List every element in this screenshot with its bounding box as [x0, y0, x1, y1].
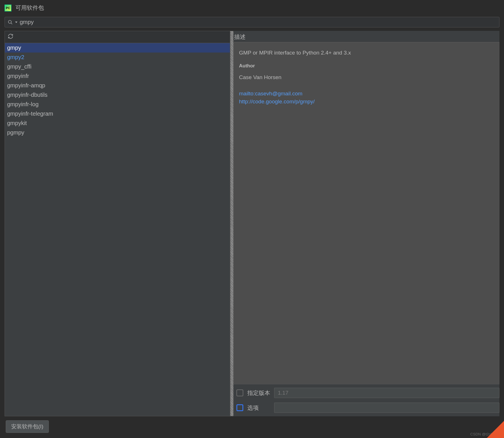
titlebar: PC 可用软件包 [0, 0, 504, 16]
main-content: gmpygmpy2gmpy_cffigmpyinfrgmpyinfr-amqpg… [0, 29, 504, 416]
footer: 安装软件包(I) [0, 416, 504, 438]
svg-point-0 [8, 20, 11, 23]
package-item[interactable]: gmpy_cffi [5, 62, 230, 71]
left-panel: gmpygmpy2gmpy_cffigmpyinfrgmpyinfr-amqpg… [5, 31, 230, 416]
package-item[interactable]: gmpyinfr-dbutils [5, 90, 230, 100]
package-item[interactable]: gmpyinfr [5, 71, 230, 81]
options-section: 指定版本 选项 [234, 384, 499, 416]
options-checkbox[interactable] [236, 404, 243, 411]
description-header: 描述 [234, 31, 499, 42]
package-list[interactable]: gmpygmpy2gmpy_cffigmpyinfrgmpyinfr-amqpg… [5, 43, 230, 416]
package-item[interactable]: gmpyinfr-amqp [5, 81, 230, 90]
options-option-row: 选项 [234, 403, 499, 413]
description-summary: GMP or MPIR interface to Python 2.4+ and… [239, 49, 494, 57]
package-item[interactable]: pgmpy [5, 128, 230, 137]
author-label: Author [239, 62, 494, 70]
search-input[interactable] [20, 19, 496, 25]
package-item[interactable]: gmpykit [5, 118, 230, 128]
package-item[interactable]: gmpy2 [5, 53, 230, 62]
search-box[interactable] [5, 17, 499, 27]
options-input[interactable] [274, 403, 499, 413]
description-link[interactable]: http://code.google.com/p/gmpy/ [239, 98, 494, 106]
package-item[interactable]: gmpyinfr-log [5, 100, 230, 109]
description-link[interactable]: mailto:casevh@gmail.com [239, 90, 494, 98]
options-label: 选项 [247, 404, 270, 412]
version-checkbox[interactable] [236, 389, 243, 396]
splitter[interactable] [230, 31, 234, 416]
refresh-icon[interactable] [8, 33, 13, 39]
version-input[interactable] [274, 388, 499, 398]
package-item[interactable]: gmpy [5, 43, 230, 53]
dropdown-arrow-icon[interactable] [15, 21, 17, 23]
search-container [0, 16, 504, 29]
search-icon [8, 20, 13, 25]
description-body: GMP or MPIR interface to Python 2.4+ and… [234, 42, 499, 384]
package-item[interactable]: gmpyinfr-telegram [5, 109, 230, 118]
refresh-bar [5, 31, 230, 43]
window-title: 可用软件包 [15, 4, 44, 12]
version-label: 指定版本 [247, 389, 270, 397]
pycharm-icon: PC [5, 5, 11, 11]
author-name: Case Van Horsen [239, 73, 494, 82]
package-dialog: PC 可用软件包 gmpygmpy2gmpy_ [0, 0, 504, 438]
right-panel: 描述 GMP or MPIR interface to Python 2.4+ … [234, 31, 499, 416]
description-section: 描述 GMP or MPIR interface to Python 2.4+ … [234, 31, 499, 384]
install-button[interactable]: 安装软件包(I) [6, 420, 49, 433]
svg-line-1 [11, 23, 12, 24]
version-option-row: 指定版本 [234, 388, 499, 398]
